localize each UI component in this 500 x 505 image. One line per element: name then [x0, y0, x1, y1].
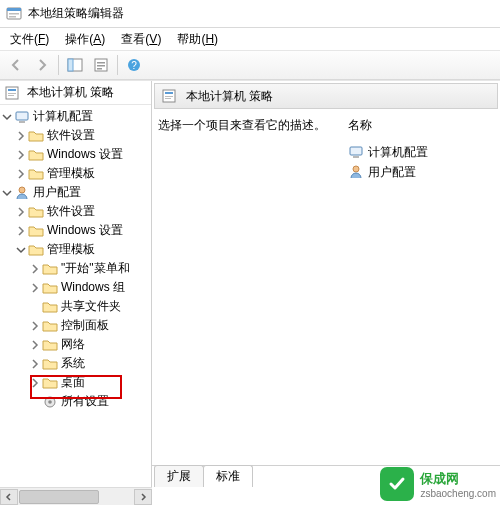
tree-label: 系统	[61, 355, 85, 372]
right-pane-body: 选择一个项目来查看它的描述。 名称 计算机配置 用户配置	[152, 109, 500, 465]
svg-rect-15	[8, 95, 14, 96]
scroll-track[interactable]	[18, 489, 134, 505]
list-item-user-config[interactable]: 用户配置	[348, 162, 494, 182]
description-text: 选择一个项目来查看它的描述。	[158, 117, 338, 457]
toolbar-separator	[58, 55, 59, 75]
watermark-badge-icon	[380, 467, 414, 501]
tree-node-all-settings[interactable]: 所有设置	[0, 392, 151, 411]
tab-standard[interactable]: 标准	[203, 465, 253, 487]
right-pane: 本地计算机 策略 选择一个项目来查看它的描述。 名称 计算机配置 用户配置 扩展…	[152, 81, 500, 487]
list-item-computer-config[interactable]: 计算机配置	[348, 142, 494, 162]
tab-extended[interactable]: 扩展	[154, 465, 204, 487]
expand-collapse-icon[interactable]	[0, 186, 14, 200]
svg-rect-14	[8, 93, 16, 94]
expand-icon[interactable]	[14, 205, 28, 219]
tree-label: 桌面	[61, 374, 85, 391]
right-list: 名称 计算机配置 用户配置	[348, 117, 494, 457]
svg-rect-26	[353, 156, 359, 158]
tree-label: 管理模板	[47, 241, 95, 258]
expand-icon[interactable]	[28, 319, 42, 333]
tree-pane: 本地计算机 策略 计算机配置 软件设置 Windows 设置	[0, 81, 152, 487]
expand-icon[interactable]	[14, 129, 28, 143]
tree-node-windows-settings-2[interactable]: Windows 设置	[0, 221, 151, 240]
expand-icon[interactable]	[14, 167, 28, 181]
expand-collapse-icon[interactable]	[14, 243, 28, 257]
svg-rect-16	[16, 112, 28, 120]
svg-rect-22	[165, 92, 173, 94]
svg-rect-23	[165, 96, 173, 97]
folder-icon	[28, 242, 44, 258]
tree-node-system[interactable]: 系统	[0, 354, 151, 373]
folder-icon	[28, 166, 44, 182]
toolbar-help[interactable]: ?	[122, 53, 146, 77]
menu-file[interactable]: 文件(F)	[2, 29, 57, 50]
tree-node-network[interactable]: 网络	[0, 335, 151, 354]
tree-node-user-config[interactable]: 用户配置	[0, 183, 151, 202]
expand-icon[interactable]	[28, 281, 42, 295]
folder-icon	[42, 318, 58, 334]
tree-label: 所有设置	[61, 393, 109, 410]
svg-rect-24	[165, 98, 171, 99]
leaf-spacer	[28, 300, 42, 314]
toolbar-properties[interactable]	[89, 53, 113, 77]
svg-rect-5	[68, 59, 73, 71]
tree-node-control-panel[interactable]: 控制面板	[0, 316, 151, 335]
tree-root-header[interactable]: 本地计算机 策略	[0, 81, 151, 105]
svg-rect-8	[97, 65, 105, 67]
toolbar-separator	[117, 55, 118, 75]
right-pane-header: 本地计算机 策略	[154, 83, 498, 109]
scroll-right-arrow[interactable]	[134, 489, 152, 505]
scroll-thumb[interactable]	[19, 490, 99, 504]
app-icon	[6, 6, 22, 22]
menu-action[interactable]: 操作(A)	[57, 29, 113, 50]
tree-label: 管理模板	[47, 165, 95, 182]
tree-label: 用户配置	[33, 184, 81, 201]
folder-icon	[42, 356, 58, 372]
tree-node-shared-folders[interactable]: 共享文件夹	[0, 297, 151, 316]
computer-icon	[348, 144, 364, 160]
toolbar-show-hide-tree[interactable]	[63, 53, 87, 77]
tree-node-windows-components[interactable]: Windows 组	[0, 278, 151, 297]
tree-label: 软件设置	[47, 203, 95, 220]
svg-point-18	[19, 187, 25, 193]
menu-view[interactable]: 查看(V)	[113, 29, 169, 50]
tree-label: 计算机配置	[33, 108, 93, 125]
svg-point-20	[48, 400, 52, 404]
expand-icon[interactable]	[14, 148, 28, 162]
expand-icon[interactable]	[14, 224, 28, 238]
tree-node-software-settings-2[interactable]: 软件设置	[0, 202, 151, 221]
list-item-label: 计算机配置	[368, 144, 428, 161]
folder-icon	[28, 147, 44, 163]
expand-icon[interactable]	[28, 357, 42, 371]
svg-rect-3	[9, 16, 16, 18]
leaf-spacer	[28, 395, 42, 409]
tree-node-windows-settings[interactable]: Windows 设置	[0, 145, 151, 164]
expand-collapse-icon[interactable]	[0, 110, 14, 124]
user-icon	[14, 185, 30, 201]
forward-button[interactable]	[30, 53, 54, 77]
right-pane-title: 本地计算机 策略	[186, 88, 273, 105]
menu-help[interactable]: 帮助(H)	[169, 29, 226, 50]
back-button[interactable]	[4, 53, 28, 77]
folder-icon	[42, 337, 58, 353]
tree-node-computer-config[interactable]: 计算机配置	[0, 107, 151, 126]
tree-label: 控制面板	[61, 317, 109, 334]
folder-icon	[42, 375, 58, 391]
expand-icon[interactable]	[28, 262, 42, 276]
titlebar: 本地组策略编辑器	[0, 0, 500, 28]
tree-label: 共享文件夹	[61, 298, 121, 315]
tree-node-start-menu[interactable]: "开始"菜单和	[0, 259, 151, 278]
expand-icon[interactable]	[28, 376, 42, 390]
svg-rect-7	[97, 62, 105, 64]
tree-node-admin-templates-2[interactable]: 管理模板	[0, 240, 151, 259]
expand-icon[interactable]	[28, 338, 42, 352]
horizontal-scrollbar[interactable]	[0, 487, 152, 505]
tree-label: Windows 组	[61, 279, 125, 296]
folder-icon	[28, 223, 44, 239]
tree-node-software-settings[interactable]: 软件设置	[0, 126, 151, 145]
scroll-left-arrow[interactable]	[0, 489, 18, 505]
tree-node-admin-templates[interactable]: 管理模板	[0, 164, 151, 183]
column-header-name[interactable]: 名称	[348, 117, 494, 134]
tree-node-desktop[interactable]: 桌面	[0, 373, 151, 392]
menubar: 文件(F) 操作(A) 查看(V) 帮助(H)	[0, 28, 500, 50]
